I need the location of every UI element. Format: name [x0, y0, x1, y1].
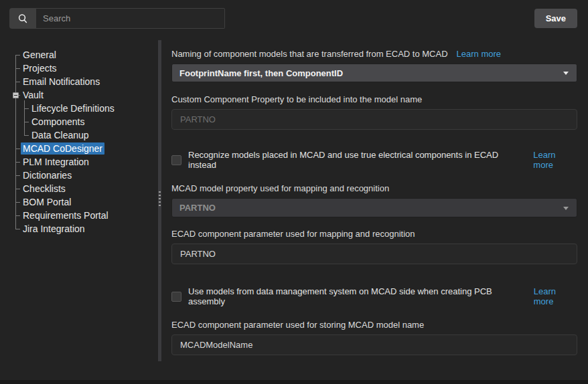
search-input[interactable]	[36, 8, 225, 29]
ecad-mapping-input[interactable]	[171, 244, 577, 264]
recognize-models-row: Recognize models placed in MCAD and use …	[171, 150, 577, 170]
sidebar-item-requirements-portal[interactable]: Requirements Portal	[0, 209, 158, 222]
naming-dropdown[interactable]: FootprintName first, then ComponentID	[171, 64, 577, 82]
chevron-down-icon	[563, 72, 569, 75]
settings-sidebar: General Projects Email Notifications Vau…	[0, 37, 158, 361]
search-box	[9, 8, 225, 29]
mcad-codesigner-settings: Naming of component models that are tran…	[171, 37, 577, 355]
recognize-learn-more-link[interactable]: Learn more	[533, 150, 577, 170]
sidebar-splitter[interactable]	[158, 40, 161, 361]
settings-tree: General Projects Email Notifications Vau…	[0, 48, 158, 235]
sidebar-item-plm-integration[interactable]: PLM Integration	[0, 155, 158, 169]
sidebar-item-projects[interactable]: Projects	[0, 62, 158, 75]
sidebar-item-dictionaries[interactable]: Dictionaries	[0, 169, 158, 182]
sidebar-item-vault[interactable]: Vault	[0, 88, 158, 102]
collapse-minus-icon[interactable]	[13, 92, 19, 98]
sidebar-item-bom-portal[interactable]: BOM Portal	[0, 195, 158, 209]
sidebar-item-general[interactable]: General	[0, 48, 158, 62]
sidebar-item-lifecycle-definitions[interactable]: Lifecycle Definitions	[0, 102, 158, 115]
sidebar-item-email-notifications[interactable]: Email Notifications	[0, 75, 158, 88]
footer-strip	[0, 380, 588, 384]
naming-learn-more-link[interactable]: Learn more	[457, 49, 501, 59]
use-models-label: Use models from data management system o…	[188, 286, 525, 306]
splitter-grip-icon	[159, 191, 161, 206]
ecad-storing-label: ECAD component parameter used for storin…	[171, 320, 577, 330]
naming-label: Naming of component models that are tran…	[171, 49, 448, 59]
sidebar-item-checklists[interactable]: Checklists	[0, 182, 158, 195]
use-models-learn-more-link[interactable]: Learn more	[534, 286, 577, 306]
use-models-checkbox[interactable]	[171, 292, 181, 302]
search-icon	[9, 8, 36, 29]
custom-property-label: Custom Component Property to be included…	[171, 94, 577, 104]
custom-property-input[interactable]	[171, 109, 577, 130]
recognize-models-label: Recognize models placed in MCAD and use …	[188, 150, 524, 170]
recognize-models-checkbox[interactable]	[171, 155, 181, 165]
ecad-mapping-label: ECAD component parameter used for mappin…	[171, 229, 577, 239]
sidebar-item-mcad-codesigner[interactable]: MCAD CoDesigner	[0, 142, 158, 155]
sidebar-item-components[interactable]: Components	[0, 115, 158, 128]
sidebar-item-jira-integration[interactable]: Jira Integration	[0, 222, 158, 235]
save-button[interactable]: Save	[534, 9, 577, 28]
mcad-property-label: MCAD model property used for mapping and…	[171, 183, 577, 193]
ecad-storing-input[interactable]	[171, 334, 577, 355]
sidebar-item-data-cleanup[interactable]: Data Cleanup	[0, 128, 158, 142]
use-models-row: Use models from data management system o…	[171, 286, 577, 306]
mcad-property-dropdown[interactable]: PARTNO	[171, 198, 577, 217]
topbar: Save	[0, 0, 588, 37]
chevron-down-icon	[563, 207, 569, 210]
